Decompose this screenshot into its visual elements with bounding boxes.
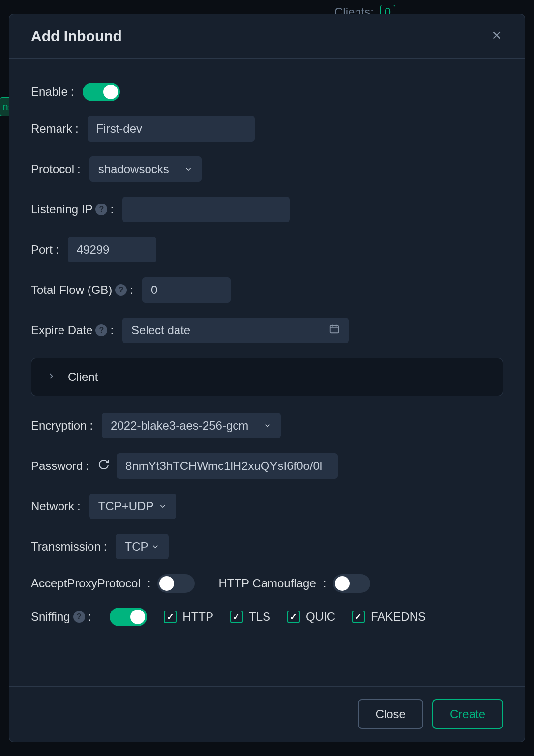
- password-row: Password:: [31, 453, 503, 479]
- add-inbound-modal: Add Inbound Enable: Remark: Protocol: sh…: [9, 14, 525, 742]
- encryption-select[interactable]: 2022-blake3-aes-256-gcm: [102, 413, 281, 438]
- sniff-fakedns-label: FAKEDNS: [371, 610, 426, 624]
- help-icon[interactable]: ?: [73, 611, 85, 623]
- remark-label: Remark: [31, 122, 72, 136]
- sniff-quic-wrap: QUIC: [287, 610, 335, 624]
- sniff-tls-checkbox[interactable]: [230, 611, 243, 623]
- modal-footer: Close Create: [9, 686, 525, 742]
- help-icon[interactable]: ?: [115, 284, 127, 296]
- encryption-value: 2022-blake3-aes-256-gcm: [111, 419, 248, 433]
- accept-proxy-label: AcceptProxyProtocol: [31, 577, 141, 590]
- expire-date-label: Expire Date: [31, 323, 92, 337]
- expire-date-row: Expire Date ?: Select date: [31, 318, 503, 343]
- enable-row: Enable:: [31, 83, 503, 101]
- port-input[interactable]: [68, 237, 156, 262]
- help-icon[interactable]: ?: [95, 324, 107, 336]
- sniff-http-checkbox[interactable]: [164, 611, 177, 623]
- sniff-quic-label: QUIC: [306, 610, 335, 624]
- listening-ip-row: Listening IP ?:: [31, 197, 503, 222]
- protocol-value: shadowsocks: [98, 162, 169, 176]
- expire-date-input[interactable]: Select date: [122, 318, 349, 343]
- enable-toggle[interactable]: [83, 83, 120, 101]
- password-label: Password: [31, 459, 83, 473]
- sniff-http-wrap: HTTP: [164, 610, 213, 624]
- http-camo-label: HTTP Camouflage: [218, 577, 316, 590]
- sniffing-label: Sniffing: [31, 610, 70, 624]
- create-button[interactable]: Create: [432, 699, 503, 729]
- transmission-row: Transmission: TCP: [31, 534, 503, 559]
- refresh-icon[interactable]: [98, 459, 110, 473]
- sniff-fakedns-checkbox[interactable]: [352, 611, 365, 623]
- enable-label: Enable: [31, 85, 68, 99]
- protocol-select[interactable]: shadowsocks: [89, 156, 202, 182]
- protocol-row: Protocol: shadowsocks: [31, 156, 503, 182]
- port-label: Port: [31, 243, 53, 257]
- calendar-icon: [329, 323, 340, 337]
- total-flow-label: Total Flow (GB): [31, 283, 112, 297]
- transmission-select[interactable]: TCP: [116, 534, 169, 559]
- close-icon[interactable]: [490, 29, 503, 44]
- svg-rect-0: [330, 326, 339, 333]
- chevron-down-icon: [184, 165, 193, 174]
- network-value: TCP+UDP: [98, 499, 154, 513]
- remark-input[interactable]: [88, 116, 255, 142]
- expire-date-placeholder: Select date: [131, 323, 190, 337]
- sniff-tls-label: TLS: [249, 610, 270, 624]
- encryption-row: Encryption: 2022-blake3-aes-256-gcm: [31, 413, 503, 438]
- proxy-camo-row: AcceptProxyProtocol: HTTP Camouflage:: [31, 574, 503, 593]
- chevron-down-icon: [158, 502, 167, 511]
- listening-ip-label: Listening IP: [31, 203, 92, 216]
- protocol-label: Protocol: [31, 162, 74, 176]
- transmission-value: TCP: [124, 540, 148, 553]
- chevron-down-icon: [263, 421, 272, 430]
- sniff-quic-checkbox[interactable]: [287, 611, 300, 623]
- encryption-label: Encryption: [31, 419, 87, 433]
- total-flow-input[interactable]: [142, 277, 231, 303]
- transmission-label: Transmission: [31, 540, 101, 553]
- total-flow-row: Total Flow (GB) ?:: [31, 277, 503, 303]
- client-section-label: Client: [68, 370, 98, 384]
- listening-ip-input[interactable]: [122, 197, 290, 222]
- port-row: Port:: [31, 237, 503, 262]
- modal-header: Add Inbound: [9, 14, 525, 59]
- chevron-down-icon: [151, 542, 160, 551]
- network-label: Network: [31, 499, 74, 513]
- modal-body: Enable: Remark: Protocol: shadowsocks Li…: [9, 59, 525, 686]
- accept-proxy-toggle[interactable]: [157, 574, 195, 593]
- sniffing-row: Sniffing ?: HTTP TLS QUIC FAKEDNS: [31, 608, 503, 626]
- sniff-tls-wrap: TLS: [230, 610, 270, 624]
- chevron-right-icon: [46, 370, 56, 384]
- password-input[interactable]: [117, 453, 338, 479]
- sniff-fakedns-wrap: FAKEDNS: [352, 610, 426, 624]
- network-row: Network: TCP+UDP: [31, 494, 503, 519]
- modal-title: Add Inbound: [31, 28, 122, 45]
- sniffing-toggle[interactable]: [110, 608, 147, 626]
- network-select[interactable]: TCP+UDP: [89, 494, 177, 519]
- remark-row: Remark:: [31, 116, 503, 142]
- close-button[interactable]: Close: [358, 699, 423, 729]
- sniff-http-label: HTTP: [182, 610, 213, 624]
- http-camo-toggle[interactable]: [333, 574, 370, 593]
- help-icon[interactable]: ?: [95, 204, 107, 215]
- client-collapser[interactable]: Client: [31, 358, 503, 396]
